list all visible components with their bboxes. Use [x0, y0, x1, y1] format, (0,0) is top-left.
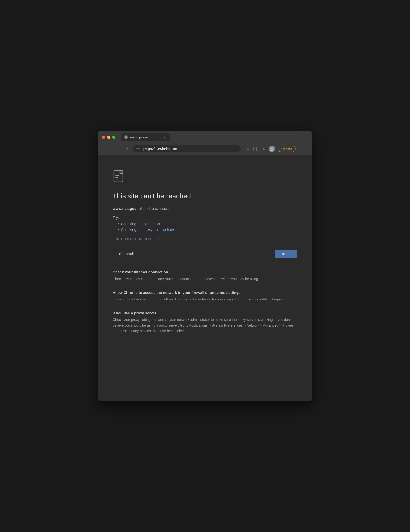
- error-domain: www.nps.gov: [113, 206, 136, 211]
- menu-button[interactable]: ⋮: [298, 146, 304, 152]
- tab-title: www.nps.gov: [130, 135, 161, 139]
- hide-details-button[interactable]: Hide details: [113, 250, 140, 258]
- close-window-button[interactable]: [102, 136, 105, 139]
- error-title: This site can't be reached: [113, 192, 297, 200]
- avatar[interactable]: [269, 146, 275, 152]
- suggestion-link-proxy[interactable]: Checking the proxy and the firewall: [121, 227, 178, 232]
- try-label: Try:: [113, 216, 297, 220]
- address-bar[interactable]: nps.gov/ever/index.htm: [132, 145, 241, 152]
- suggestion-text-connection: Checking the connection: [121, 222, 161, 226]
- share-button[interactable]: [244, 146, 250, 152]
- svg-point-13: [271, 148, 273, 149]
- svg-line-8: [245, 148, 247, 149]
- back-button[interactable]: ←: [106, 146, 112, 152]
- reload-button[interactable]: Reload: [275, 250, 297, 258]
- suggestion-item-proxy: Checking the proxy and the firewall: [118, 227, 297, 232]
- detail-heading-1: Allow Chrome to access the network in yo…: [113, 290, 297, 295]
- suggestions-list: Checking the connection Checking the pro…: [113, 222, 297, 232]
- security-icon: [136, 147, 140, 151]
- detail-firewall: Allow Chrome to access the network in yo…: [113, 290, 297, 302]
- detail-internet-connection: Check your Internet connection Check any…: [113, 270, 297, 282]
- new-tab-button[interactable]: +: [172, 134, 179, 141]
- tab-close-button[interactable]: ×: [163, 135, 167, 139]
- toolbar-icons: Update ⋮: [244, 146, 304, 152]
- title-bar: www.nps.gov × + ⌄ ← → ↻ nps.gov/ever/ind…: [98, 131, 312, 155]
- extension-button[interactable]: [260, 146, 266, 152]
- svg-rect-6: [245, 149, 246, 150]
- window-controls-row: www.nps.gov × + ⌄: [102, 133, 308, 141]
- error-subtitle: www.nps.gov refused to connect.: [113, 206, 297, 212]
- update-button[interactable]: Update: [278, 146, 296, 152]
- detail-text-2: Check your proxy settings or contact you…: [113, 317, 297, 333]
- svg-rect-7: [247, 149, 248, 150]
- tab-favicon: [124, 135, 128, 139]
- url-text: nps.gov/ever/index.htm: [142, 147, 237, 151]
- address-bar-row: ← → ↻ nps.gov/ever/index.htm: [102, 143, 308, 155]
- svg-point-4: [137, 148, 139, 149]
- fullscreen-window-button[interactable]: [112, 136, 115, 139]
- forward-button[interactable]: →: [115, 146, 121, 152]
- active-tab[interactable]: www.nps.gov ×: [121, 133, 170, 141]
- svg-line-9: [247, 148, 248, 149]
- svg-marker-10: [253, 147, 256, 150]
- error-subtitle-rest: refused to connect.: [136, 206, 169, 211]
- action-buttons: Hide details Reload: [113, 250, 297, 258]
- error-icon: [113, 170, 297, 184]
- bookmark-button[interactable]: [252, 146, 258, 152]
- error-code: ERR_CONNECTION_REFUSED: [113, 237, 297, 241]
- tab-bar: www.nps.gov × + ⌄: [121, 133, 308, 141]
- suggestion-item-connection: Checking the connection: [118, 222, 297, 226]
- browser-window: www.nps.gov × + ⌄ ← → ↻ nps.gov/ever/ind…: [98, 131, 312, 401]
- svg-rect-11: [262, 148, 264, 150]
- detail-text-0: Check any cables and reboot any routers,…: [113, 276, 297, 282]
- detail-heading-2: If you use a proxy server...: [113, 311, 297, 315]
- svg-point-3: [137, 147, 139, 150]
- tab-menu-chevron[interactable]: ⌄: [305, 135, 308, 139]
- detail-heading-0: Check your Internet connection: [113, 270, 297, 274]
- detail-text-1: If it is already listed as a program all…: [113, 297, 297, 302]
- traffic-lights: [102, 136, 115, 139]
- detail-proxy: If you use a proxy server... Check your …: [113, 311, 297, 333]
- svg-rect-5: [246, 147, 247, 148]
- svg-point-14: [270, 150, 273, 151]
- minimize-window-button[interactable]: [107, 136, 110, 139]
- svg-point-18: [117, 180, 118, 180]
- reload-page-button[interactable]: ↻: [124, 146, 129, 152]
- page-content: This site can't be reached www.nps.gov r…: [98, 155, 312, 376]
